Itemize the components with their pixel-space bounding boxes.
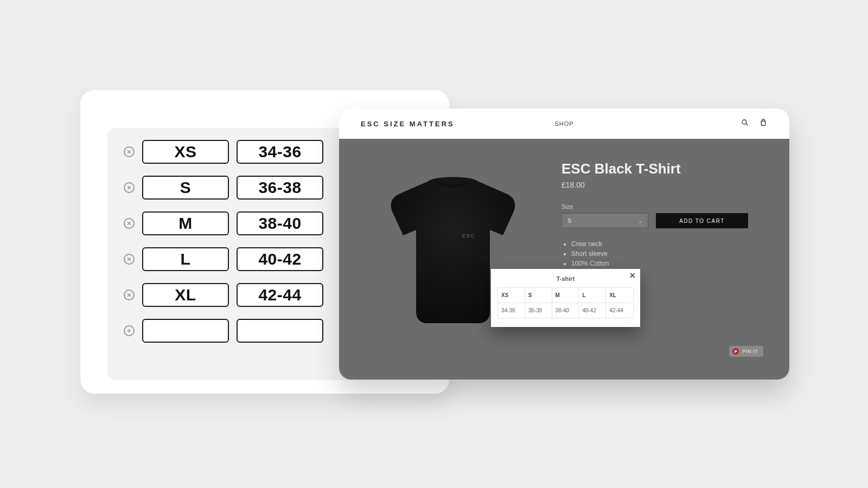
range-input[interactable]: 34-36 — [237, 140, 323, 164]
remove-row-icon[interactable] — [124, 182, 135, 193]
feature-item: Short sleeve — [571, 250, 762, 258]
add-row-icon[interactable] — [124, 325, 135, 336]
store-body: ESC ESC Black T-Shirt £18.00 Size S ⌄ AD… — [339, 139, 789, 380]
feature-item: Crew neck — [571, 240, 762, 248]
size-chart-popup: ✕ T-shirt XS S M L XL 34-36 36-38 38-40 … — [491, 269, 640, 327]
remove-row-icon[interactable] — [124, 290, 135, 300]
chevron-down-icon: ⌄ — [638, 218, 642, 224]
size-label: Size — [561, 203, 762, 210]
table-cell: 34-36 — [498, 303, 525, 318]
size-input[interactable]: M — [142, 211, 229, 235]
table-header: XS — [498, 288, 525, 303]
search-icon[interactable] — [741, 118, 749, 129]
product-title: ESC Black T-Shirt — [561, 160, 762, 177]
remove-row-icon[interactable] — [124, 146, 135, 157]
size-input[interactable]: S — [142, 176, 229, 200]
svg-point-12 — [742, 120, 746, 124]
storefront-window: ESC SIZE MATTERS SHOP — [339, 108, 789, 380]
table-cell: 42-44 — [606, 303, 633, 318]
range-input[interactable]: 42-44 — [237, 283, 323, 307]
table-header: M — [552, 288, 579, 303]
table-cell: 36-38 — [525, 303, 552, 318]
svg-line-13 — [746, 124, 748, 125]
table-cell: 40-42 — [579, 303, 606, 318]
size-input[interactable]: XS — [142, 140, 229, 164]
range-input[interactable]: 40-42 — [237, 247, 323, 271]
product-price: £18.00 — [561, 181, 762, 189]
pin-it-label: PIN IT — [742, 349, 758, 354]
table-header: XL — [606, 288, 633, 303]
size-select[interactable]: S ⌄ — [561, 213, 648, 228]
store-logo: ESC SIZE MATTERS — [361, 120, 455, 128]
remove-row-icon[interactable] — [124, 254, 135, 265]
size-chart-table: XS S M L XL 34-36 36-38 38-40 40-42 42-4… — [497, 287, 634, 318]
range-input-empty[interactable]: . — [237, 319, 323, 343]
bag-icon[interactable] — [759, 118, 768, 129]
table-header: L — [579, 288, 606, 303]
product-info: ESC Black T-Shirt £18.00 Size S ⌄ ADD TO… — [561, 160, 762, 363]
popup-title: T-shirt — [491, 269, 640, 287]
product-features: Crew neck Short sleeve 100% Cotton — [561, 240, 762, 267]
nav-shop[interactable]: SHOP — [554, 120, 573, 127]
pinterest-icon: P — [732, 348, 739, 355]
table-cell: 38-40 — [552, 303, 579, 318]
feature-item: 100% Cotton — [571, 260, 762, 267]
size-input[interactable]: XL — [142, 283, 229, 307]
remove-row-icon[interactable] — [124, 218, 135, 229]
tshirt-print-text: ESC — [462, 233, 476, 239]
add-to-cart-button[interactable]: ADD TO CART — [656, 213, 748, 228]
pin-it-button[interactable]: P PIN IT — [729, 346, 763, 357]
close-icon[interactable]: ✕ — [629, 271, 636, 280]
size-input-empty[interactable]: . — [142, 319, 229, 343]
table-header: S — [525, 288, 552, 303]
store-header: ESC SIZE MATTERS SHOP — [339, 108, 789, 139]
range-input[interactable]: 36-38 — [237, 176, 323, 200]
size-input[interactable]: L — [142, 247, 229, 271]
range-input[interactable]: 38-40 — [237, 211, 323, 235]
size-select-value: S — [567, 217, 571, 224]
